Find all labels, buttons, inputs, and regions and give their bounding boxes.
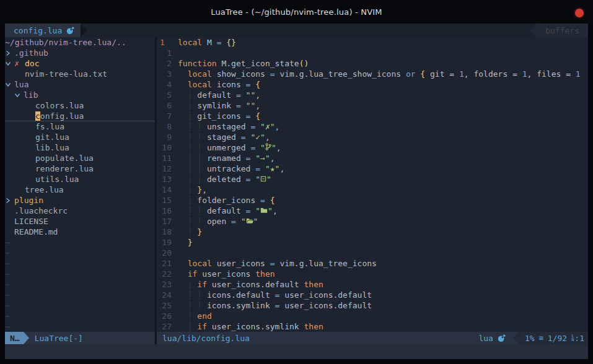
chevron-down-icon[interactable] (14, 90, 24, 100)
tree-row[interactable]: utils.lua (5, 174, 155, 184)
code-line[interactable]: 25 ┊ ┊ icons.symlink = user_icons.defaul… (157, 300, 588, 311)
indent (5, 69, 14, 79)
code-text: ┊ ┊ deleted = "" (172, 174, 271, 184)
relative-line-number: 7 (157, 111, 172, 121)
code-line[interactable]: 13 ┊ ┊ deleted = "" (157, 174, 588, 184)
tab-config-lua[interactable]: config.lua (5, 24, 81, 37)
empty-line: ~ (5, 258, 155, 269)
code-text: ┊ ┊ unmerged = "", (172, 142, 281, 153)
code-text: } (172, 237, 192, 248)
nvim-window: { "window": { "title": "LuaTree - (~/git… (0, 0, 593, 364)
code-line[interactable]: 23 ┊ if user_icons.default then (157, 279, 588, 290)
code-text: ┊ folder_icons = { (172, 195, 275, 206)
code-line[interactable]: 21 local user_icons = vim.g.lua_tree_ico… (157, 258, 588, 269)
command-line[interactable] (5, 344, 588, 359)
window-title: LuaTree - (~/github/nvim-tree.lua) - NVI… (211, 7, 382, 17)
indent (5, 142, 35, 153)
code-text: ┊ }, (172, 184, 207, 195)
tree-row[interactable]: lib (5, 90, 155, 100)
statusline-editor: lua/lib/config.lua lua 1% ≡ 1/92 LN :1 (157, 332, 588, 344)
code-line[interactable]: 8 ┊ ┊ unstaged = "✗", (157, 121, 588, 132)
code-line[interactable]: 27 ┊ if user_icons.symlink then (157, 321, 588, 332)
close-button[interactable] (575, 9, 584, 17)
code-line[interactable]: 10 ┊ ┊ unmerged = "", (157, 142, 588, 153)
code-line[interactable]: 3 local show_icons = vim.g.lua_tree_show… (157, 69, 588, 79)
tree-row[interactable]: populate.lua (5, 153, 155, 163)
tree-row[interactable]: .luacheckrc (5, 206, 155, 216)
code-line[interactable]: 9 ┊ ┊ staged = "✓", (157, 132, 588, 142)
tree-row[interactable]: README.md (5, 227, 155, 237)
titlebar[interactable]: LuaTree - (~/github/nvim-tree.lua) - NVI… (0, 0, 593, 24)
editor-buffer[interactable]: 1local M = {}12function M.get_icon_state… (157, 37, 588, 332)
code-line[interactable]: 24 ┊ ┊ icons.default = user_icons.defaul… (157, 290, 588, 300)
tree-item-label: fs.lua (35, 121, 64, 132)
tree-row[interactable]: ~/github/nvim-tree.lua/.. (5, 37, 155, 48)
tab-label: config.lua (14, 26, 62, 35)
relative-line-number: 16 (157, 206, 172, 216)
indent (5, 216, 14, 227)
tree-item-label: ~ (5, 279, 10, 290)
tree-row[interactable]: nvim-tree-lua.txt (5, 69, 155, 79)
relative-line-number: 3 (157, 69, 172, 79)
chevron-down-icon[interactable] (5, 58, 14, 69)
code-line[interactable]: 1local M = {} (157, 37, 588, 48)
code-line[interactable]: 14 ┊ }, (157, 184, 588, 195)
tree-row[interactable]: config.lua (5, 111, 155, 121)
tree-row[interactable]: ✗doc (5, 58, 155, 69)
code-line[interactable]: 17 ┊ ┊ open = "" (157, 216, 588, 227)
buffers-section[interactable]: buffers (537, 24, 588, 37)
relative-line-number: 20 (157, 248, 172, 258)
chevron-down-icon[interactable] (5, 79, 14, 90)
chevron-right-icon[interactable] (5, 195, 14, 206)
tree-row[interactable]: renderer.lua (5, 163, 155, 174)
tree-row[interactable]: .github (5, 48, 155, 58)
code-line[interactable]: 18 ┊ } (157, 227, 588, 237)
indent (5, 90, 14, 100)
line-number-icon: LN (571, 334, 574, 342)
tab-separator-arrow (81, 24, 87, 37)
relative-line-number: 19 (157, 237, 172, 248)
code-line[interactable]: 2function M.get_icon_state() (157, 58, 588, 69)
tree-row[interactable]: colors.lua (5, 100, 155, 111)
code-line[interactable]: 26 ┊ end (157, 311, 588, 321)
tree-row[interactable]: fs.lua (5, 121, 155, 132)
file-tree[interactable]: ~/github/nvim-tree.lua/...github✗docnvim… (5, 37, 155, 332)
code-line[interactable]: 15 ┊ folder_icons = { (157, 195, 588, 206)
code-text: ┊ ┊ icons.symlink = user_icons.default (172, 300, 372, 311)
code-line[interactable]: 6 ┊ symlink = "", (157, 100, 588, 111)
code-line[interactable]: 22 if user_icons then (157, 269, 588, 279)
code-line[interactable]: 5 ┊ default = "", (157, 90, 588, 100)
code-text (172, 248, 178, 258)
relative-line-number: 2 (157, 58, 172, 69)
code-line[interactable]: 20 (157, 248, 588, 258)
code-line[interactable]: 19 } (157, 237, 588, 248)
empty-line: ~ (5, 269, 155, 279)
tree-item-label: ~ (5, 300, 10, 311)
code-text: function M.get_icon_state() (172, 58, 309, 69)
code-line[interactable]: 1 (157, 48, 588, 58)
chevron-right-icon[interactable] (5, 48, 14, 58)
code-text: ┊ end (172, 311, 212, 321)
column-value: :1 (574, 334, 584, 343)
code-line[interactable]: 4 local icons = { (157, 79, 588, 90)
code-line[interactable]: 7 ┊ git_icons = { (157, 111, 588, 121)
tree-buffer-name: LuaTree[-] (35, 334, 83, 343)
tree-item-label: utils.lua (35, 174, 79, 184)
filetype-label: lua (478, 334, 493, 343)
tabline: config.lua buffers (5, 24, 588, 37)
relative-line-number: 24 (157, 290, 172, 300)
tree-row[interactable]: LICENSE (5, 216, 155, 227)
tree-row[interactable]: tree.lua (5, 184, 155, 195)
tree-row[interactable]: lua (5, 79, 155, 90)
buffers-label: buffers (545, 26, 579, 35)
code-line[interactable]: 12 ┊ ┊ untracked = "★", (157, 163, 588, 174)
code-line[interactable]: 16 ┊ ┊ default = "", (157, 206, 588, 216)
tree-row[interactable]: git.lua (5, 132, 155, 142)
relative-line-number: 10 (157, 142, 172, 153)
empty-line: ~ (5, 279, 155, 290)
tree-row[interactable]: lib.lua (5, 142, 155, 153)
tree-row[interactable]: plugin (5, 195, 155, 206)
code-line[interactable]: 11 ┊ ┊ renamed = "→", (157, 153, 588, 163)
code-text: ┊ ┊ open = "" (172, 216, 258, 227)
code-text: ┊ ┊ renamed = "→", (172, 153, 275, 163)
